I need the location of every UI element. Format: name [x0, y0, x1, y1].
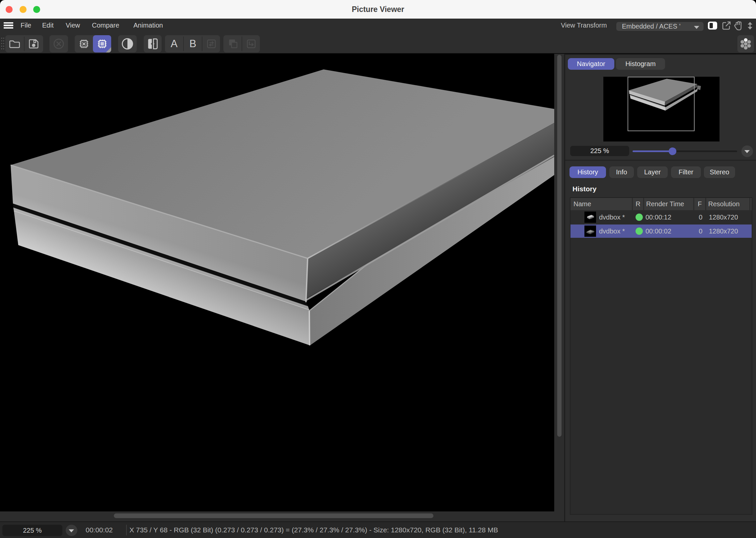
- image-canvas[interactable]: [0, 54, 554, 511]
- statusbar-pixel-info: X 735 / Y 68 - RGB (32 Bit) (0.273 / 0.2…: [129, 522, 498, 538]
- cache-to-ram-button[interactable]: [93, 35, 111, 52]
- history-row-2-frame: 0: [695, 224, 706, 238]
- chevron-down-icon: [694, 26, 699, 29]
- column-header-r[interactable]: R: [633, 198, 643, 210]
- tab-navigator-label: Navigator: [568, 58, 614, 70]
- chevron-down-icon: [744, 150, 750, 153]
- contrast-button[interactable]: [118, 35, 137, 52]
- compare-b-button[interactable]: B: [184, 35, 202, 52]
- zoom-slider[interactable]: [633, 150, 737, 152]
- corner-fold-icon: [106, 47, 111, 52]
- contrast-group: [118, 35, 137, 52]
- fit-vertical-icon[interactable]: [746, 21, 754, 30]
- history-row-2-name: dvdbox *: [599, 224, 625, 238]
- zoom-percent-value: 225 %: [590, 147, 609, 154]
- open-file-button[interactable]: [5, 35, 24, 52]
- history-row-1[interactable]: dvdbox * 00:00:12 0 1280x720: [570, 211, 752, 224]
- tab-info[interactable]: Info: [609, 166, 634, 178]
- tab-stereo-label: Stereo: [704, 166, 735, 178]
- tab-histogram-label: Histogram: [616, 58, 665, 70]
- split-compare-button[interactable]: [144, 35, 162, 52]
- render-settings-group: [737, 35, 754, 52]
- statusbar-render-time: 00:00:02: [86, 522, 113, 538]
- vertical-scrollbar-track[interactable]: [554, 54, 564, 521]
- view-transform-label: View Transform: [561, 19, 607, 32]
- statusbar-divider: [126, 525, 127, 535]
- tab-navigator[interactable]: Navigator: [568, 58, 614, 70]
- history-list: Name R Render Time F Resolution dvdbox *: [570, 197, 752, 515]
- history-row-1-thumbnail: [584, 212, 596, 223]
- clear-cache-chip-button[interactable]: [75, 35, 93, 52]
- menu-file[interactable]: File: [21, 19, 31, 32]
- copy-group: [223, 35, 260, 52]
- navigator-view-frame[interactable]: [628, 77, 695, 131]
- title-bar: Picture Viewer: [0, 0, 756, 19]
- zoom-preset-dropdown-button[interactable]: [741, 145, 753, 157]
- menu-edit[interactable]: Edit: [42, 19, 53, 32]
- column-header-resolution[interactable]: Resolution: [706, 198, 749, 210]
- history-row-1-name: dvdbox *: [599, 211, 625, 224]
- menu-compare[interactable]: Compare: [92, 19, 119, 32]
- column-header-spacer: [750, 198, 752, 210]
- rendered-image-dvdbox: [0, 54, 554, 511]
- tab-info-label: Info: [609, 166, 634, 178]
- history-row-2[interactable]: dvdbox * 00:00:02 0 1280x720: [570, 224, 752, 238]
- tab-layer[interactable]: Layer: [637, 166, 668, 178]
- menu-view[interactable]: View: [66, 19, 80, 32]
- side-panel: Navigator Histogram 225 % History Info: [564, 54, 756, 521]
- history-row-1-resolution: 1280x720: [709, 211, 738, 224]
- column-header-render-time[interactable]: Render Time: [644, 198, 693, 210]
- view-transform-value: Embedded / ACES ’: [622, 23, 681, 30]
- split-compare-group: [144, 35, 162, 52]
- toolbar: A B: [0, 32, 756, 54]
- tab-filter[interactable]: Filter: [671, 166, 701, 178]
- window-title: Picture Viewer: [0, 0, 756, 19]
- export-image-button[interactable]: [242, 35, 260, 52]
- tab-history-label: History: [569, 166, 606, 178]
- save-file-button[interactable]: [25, 35, 43, 52]
- history-row-1-frame: 0: [695, 211, 706, 224]
- column-header-f[interactable]: F: [694, 198, 705, 210]
- ab-compare-group: A B: [165, 35, 220, 52]
- zoom-slider-fill: [633, 150, 672, 152]
- tab-history[interactable]: History: [569, 166, 606, 178]
- horizontal-scrollbar-track[interactable]: [0, 511, 554, 521]
- toolbar-drag-handle[interactable]: [1, 37, 5, 51]
- hamburger-menu-icon[interactable]: [4, 22, 13, 29]
- picture-viewer-window: Picture Viewer File Edit View Compare An…: [0, 0, 756, 538]
- menu-animation[interactable]: Animation: [133, 19, 163, 32]
- copy-image-button[interactable]: [223, 35, 242, 52]
- tab-stereo[interactable]: Stereo: [704, 166, 735, 178]
- tab-histogram[interactable]: Histogram: [616, 58, 665, 70]
- delete-button-group: [49, 35, 68, 52]
- file-button-group: [5, 35, 43, 52]
- toggle-panel-icon[interactable]: [708, 22, 717, 30]
- compare-a-button[interactable]: A: [165, 35, 183, 52]
- horizontal-scrollbar-thumb[interactable]: [114, 513, 433, 518]
- render-settings-button[interactable]: [737, 35, 754, 52]
- history-row-2-resolution: 1280x720: [709, 224, 738, 238]
- tab-layer-label: Layer: [637, 166, 668, 178]
- tab-filter-label: Filter: [671, 166, 701, 178]
- history-row-2-render-time: 00:00:02: [645, 224, 671, 238]
- statusbar-zoom-dropdown-button[interactable]: [66, 525, 77, 536]
- open-external-window-icon[interactable]: [722, 21, 731, 30]
- history-table-header: Name R Render Time F Resolution: [570, 198, 752, 210]
- menu-bar: File Edit View Compare Animation View Tr…: [0, 19, 756, 32]
- statusbar-zoom-input[interactable]: 225 %: [2, 525, 62, 536]
- hand-pan-icon[interactable]: [734, 21, 743, 31]
- status-bar: 225 % 00:00:02 X 735 / Y 68 - RGB (32 Bi…: [0, 521, 756, 538]
- history-row-2-thumbnail: [584, 225, 596, 237]
- navigator-preview[interactable]: [603, 77, 719, 141]
- view-transform-select[interactable]: Embedded / ACES ’: [616, 22, 704, 31]
- zoom-slider-knob[interactable]: [669, 147, 676, 155]
- column-header-name[interactable]: Name: [570, 198, 632, 210]
- zoom-percent-input[interactable]: 225 %: [570, 146, 629, 156]
- delete-image-button[interactable]: [49, 35, 68, 52]
- history-row-1-status-icon: [636, 214, 643, 221]
- statusbar-zoom-value: 225 %: [23, 527, 42, 534]
- swap-ab-button[interactable]: [202, 35, 220, 52]
- panel-separator: [565, 160, 756, 161]
- history-row-1-render-time: 00:00:12: [645, 211, 671, 224]
- vertical-scrollbar-thumb[interactable]: [557, 55, 562, 437]
